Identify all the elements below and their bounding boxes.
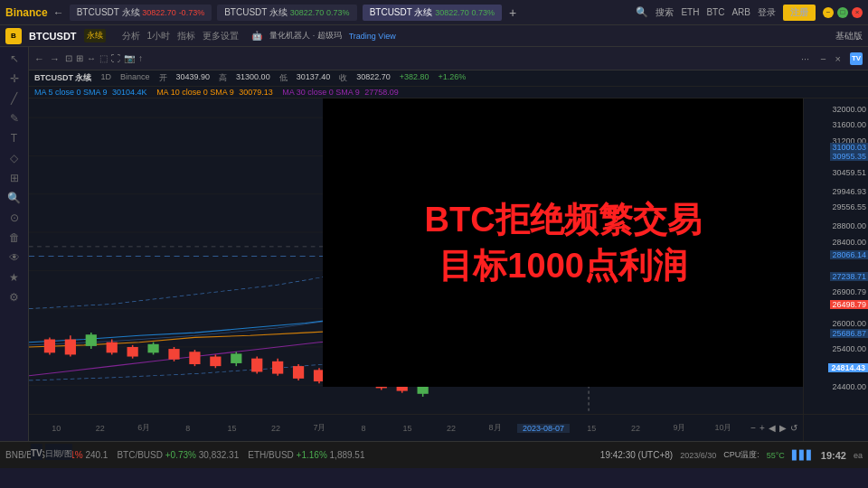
- signal-bars-icon: ▋▋▋: [792, 450, 814, 460]
- trash-icon[interactable]: 🗑: [9, 231, 20, 244]
- basic-mode[interactable]: 基础版: [835, 30, 863, 42]
- chart-publish[interactable]: ↑: [138, 53, 143, 63]
- crosshair-icon[interactable]: ✛: [10, 72, 19, 85]
- maximize-button[interactable]: □: [837, 7, 848, 18]
- tl-15c: 15: [570, 424, 614, 433]
- price-28066: 28066.14: [830, 250, 868, 259]
- eth-busd-pair[interactable]: ETH/BUSD +1.16% 1,889.51: [248, 450, 364, 460]
- svg-rect-33: [293, 366, 304, 379]
- tl-22b: 22: [254, 424, 298, 433]
- close-button[interactable]: ×: [852, 7, 863, 18]
- ma30-val: 27758.09: [364, 88, 399, 97]
- star-icon[interactable]: ★: [9, 271, 19, 284]
- add-tab-button[interactable]: +: [509, 5, 516, 20]
- video-title-line1: BTC拒绝频繁交易: [425, 197, 702, 243]
- tab-3-active[interactable]: BTCUSDT 永续 30822.70 0.73%: [363, 5, 502, 21]
- svg-rect-17: [127, 347, 138, 357]
- timeframe-label[interactable]: 分析: [122, 30, 140, 42]
- top-bar: Binance ← BTCUSDT 永续 30822.70 -0.73% BTC…: [0, 0, 868, 25]
- binance-logo: Binance: [5, 6, 48, 19]
- search-icon[interactable]: 🔍: [636, 6, 648, 18]
- trading-pair-name: BTCUSDT: [29, 31, 77, 42]
- cpu-temp: 55°C: [767, 451, 785, 460]
- svg-rect-9: [44, 340, 55, 353]
- svg-rect-23: [189, 352, 200, 364]
- system-time: 19:42:30 (UTC+8): [600, 450, 673, 460]
- scroll-left-icon[interactable]: ◀: [769, 423, 776, 433]
- more-settings[interactable]: 更多设置: [203, 30, 239, 42]
- chart-drawing-area[interactable]: + BTC拒绝频繁交易 目标1000点利润: [29, 99, 803, 414]
- chart-screenshot[interactable]: ⬚: [99, 53, 108, 63]
- chart-grid[interactable]: ⊞: [76, 53, 83, 63]
- tl-15: 15: [210, 424, 254, 433]
- arb-label[interactable]: ARB: [731, 7, 750, 17]
- back-chart-icon[interactable]: ←: [34, 53, 44, 64]
- chart-minimize-icon[interactable]: −: [820, 53, 826, 64]
- svg-rect-11: [65, 340, 76, 355]
- ma10-label: MA 10 close 0 SMA 9: [156, 88, 234, 97]
- video-overlay: BTC拒绝频繁交易 目标1000点利润: [323, 99, 803, 387]
- tab-2[interactable]: BTCUSDT 永续 30822.70 0.73%: [217, 5, 356, 21]
- timeline-controls: − + ◀ ▶ ↺: [750, 423, 797, 433]
- forward-chart-icon[interactable]: →: [50, 53, 60, 64]
- ma30-label: MA 30 close 0 SMA 9: [282, 88, 360, 97]
- price-27238: 27238.71: [830, 272, 868, 281]
- chart-symbol: BTCUSDT 永续: [34, 72, 92, 84]
- login-button[interactable]: 登录: [758, 6, 776, 19]
- open-val: 30439.90: [176, 72, 211, 84]
- text-tool-icon[interactable]: T: [11, 132, 17, 145]
- bottom-area: 10 22 6月 8 15 22 7月 8 15 22 8月 2023-08-0…: [29, 414, 868, 441]
- register-button[interactable]: 注册: [783, 5, 816, 21]
- high-label: 高: [219, 72, 227, 84]
- high-val: 31300.00: [236, 72, 270, 84]
- indicator-button[interactable]: 指标: [177, 30, 195, 42]
- tl-current-date: 2023-08-07: [517, 424, 570, 433]
- tl-9: 9月: [657, 422, 702, 434]
- draw-tool-icon[interactable]: ✎: [10, 112, 19, 125]
- shape-tool-icon[interactable]: ◇: [10, 152, 18, 164]
- chart-lock[interactable]: ↔: [87, 53, 96, 63]
- status-right: 19:42:30 (UTC+8) 2023/6/30 CPU温度: 55°C ▋…: [600, 449, 863, 461]
- eye-icon[interactable]: 👁: [9, 251, 20, 264]
- back-button[interactable]: ←: [53, 6, 64, 19]
- price-30955: 30955.35: [830, 152, 868, 161]
- settings-icon[interactable]: ⚙: [9, 291, 19, 304]
- chart-tools[interactable]: ⊡: [65, 53, 72, 63]
- price-29946: 29946.93: [832, 187, 866, 196]
- scroll-right-icon[interactable]: ▶: [779, 423, 787, 433]
- chart-camera[interactable]: 📷: [124, 53, 135, 63]
- btc-busd-pair[interactable]: BTC/BUSD +0.73% 30,832.31: [117, 450, 239, 460]
- top-bar-right: 🔍 搜索 ETH BTC ARB 登录 注册 − □ ×: [636, 5, 863, 21]
- zoom-out-icon[interactable]: −: [750, 423, 756, 433]
- zoom-icon[interactable]: 🔍: [7, 192, 21, 204]
- close-label: 收: [339, 72, 347, 84]
- chart-close-icon[interactable]: ×: [835, 53, 841, 64]
- taskbar-clock: 19:42: [821, 450, 846, 461]
- ma5-val: 30104.4K: [112, 88, 147, 97]
- tl-7: 7月: [297, 422, 342, 434]
- btc-label[interactable]: BTC: [706, 7, 724, 17]
- svg-rect-25: [210, 357, 221, 367]
- price-29556: 29556.55: [832, 202, 866, 211]
- tl-22c: 22: [429, 424, 474, 433]
- timeline-price-spacer: [803, 414, 868, 441]
- price-28800: 28800.00: [832, 221, 866, 230]
- robot-icon[interactable]: 🤖: [251, 31, 262, 41]
- cursor-icon[interactable]: ↖: [10, 52, 19, 65]
- chart-full[interactable]: ⛶: [111, 53, 120, 63]
- measure-tool-icon[interactable]: ⊞: [10, 172, 19, 184]
- interval-1h[interactable]: 1小时: [147, 30, 171, 42]
- ea-label: ea: [854, 451, 863, 460]
- system-date: 2023/6/30: [680, 451, 716, 460]
- magnet-icon[interactable]: ⊙: [10, 211, 19, 224]
- tab-1[interactable]: BTCUSDT 永续 30822.70 -0.73%: [70, 5, 212, 21]
- minimize-button[interactable]: −: [823, 7, 834, 18]
- price-28400: 28400.00: [832, 238, 866, 247]
- zoom-in-icon[interactable]: +: [760, 423, 765, 433]
- eth-label[interactable]: ETH: [681, 7, 699, 17]
- line-tool-icon[interactable]: ╱: [11, 92, 17, 105]
- ai-label: 量化机器人 · 超级玛: [269, 30, 342, 42]
- reset-icon[interactable]: ↺: [790, 423, 797, 433]
- chart-timeframe: 1D: [101, 72, 112, 84]
- more-options-icon[interactable]: ···: [801, 53, 809, 64]
